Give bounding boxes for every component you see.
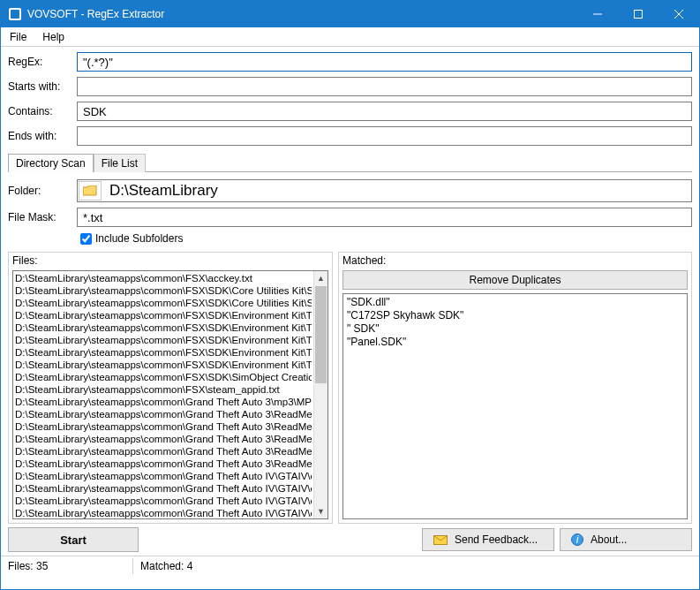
file-line[interactable]: D:\SteamLibrary\steamapps\common\FSX\acc… <box>15 272 312 284</box>
matched-header: Matched: <box>339 253 691 269</box>
file-line[interactable]: D:\SteamLibrary\steamapps\common\Grand T… <box>15 458 312 470</box>
file-line[interactable]: D:\SteamLibrary\steamapps\common\FSX\SDK… <box>15 346 312 359</box>
files-header: Files: <box>9 253 332 269</box>
match-line[interactable]: " SDK" <box>347 322 683 336</box>
file-line[interactable]: D:\SteamLibrary\steamapps\common\FSX\SDK… <box>15 321 312 334</box>
main-split: Files: D:\SteamLibrary\steamapps\common\… <box>1 252 699 524</box>
close-button[interactable] <box>659 1 699 27</box>
endswith-input[interactable] <box>77 126 692 146</box>
include-subfolders-label: Include Subfolders <box>95 232 183 245</box>
file-line[interactable]: D:\SteamLibrary\steamapps\common\FSX\ste… <box>15 383 312 396</box>
match-line[interactable]: "C172SP Skyhawk SDK" <box>347 309 683 322</box>
bottom-bar: Start Send Feedback... i About... <box>1 524 699 556</box>
app-icon <box>8 7 22 21</box>
svg-text:i: i <box>576 533 579 546</box>
scroll-thumb[interactable] <box>315 286 327 383</box>
about-button[interactable]: i About... <box>560 528 692 551</box>
info-icon: i <box>571 533 583 546</box>
window-title: VOVSOFT - RegEx Extractor <box>27 8 577 20</box>
browse-folder-button[interactable] <box>79 181 102 200</box>
folder-label: Folder: <box>8 185 77 197</box>
tabs-row: Directory Scan File List <box>8 151 692 172</box>
matched-panel: Matched: Remove Duplicates "SDK.dll""C17… <box>338 252 692 524</box>
about-label: About... <box>591 533 627 546</box>
files-list[interactable]: D:\SteamLibrary\steamapps\common\FSX\acc… <box>12 270 328 519</box>
file-line[interactable]: D:\SteamLibrary\steamapps\common\FSX\SDK… <box>15 284 312 297</box>
match-line[interactable]: "Panel.SDK" <box>347 336 683 349</box>
menu-bar: File Help <box>1 27 699 47</box>
file-line[interactable]: D:\SteamLibrary\steamapps\common\FSX\SDK… <box>15 334 312 346</box>
contains-input[interactable] <box>77 102 692 121</box>
scroll-down-arrow[interactable]: ▼ <box>314 504 327 518</box>
file-line[interactable]: D:\SteamLibrary\steamapps\common\Grand T… <box>15 396 312 408</box>
file-line[interactable]: D:\SteamLibrary\steamapps\common\Grand T… <box>15 470 312 482</box>
file-line[interactable]: D:\SteamLibrary\steamapps\common\FSX\SDK… <box>15 297 312 309</box>
remove-duplicates-button[interactable]: Remove Duplicates <box>342 270 688 290</box>
file-line[interactable]: D:\SteamLibrary\steamapps\common\Grand T… <box>15 420 312 433</box>
file-line[interactable]: D:\SteamLibrary\steamapps\common\Grand T… <box>15 433 312 445</box>
regex-input[interactable] <box>77 52 692 72</box>
form-area: RegEx: Starts with: Contains: Ends with:… <box>1 47 699 252</box>
menu-file[interactable]: File <box>6 29 30 45</box>
include-subfolders-checkbox[interactable] <box>80 233 92 245</box>
matched-list[interactable]: "SDK.dll""C172SP Skyhawk SDK"" SDK""Pane… <box>342 293 688 519</box>
file-line[interactable]: D:\SteamLibrary\steamapps\common\Grand T… <box>15 495 312 507</box>
tab-directory-scan[interactable]: Directory Scan <box>8 154 94 172</box>
regex-label: RegEx: <box>8 56 77 68</box>
send-feedback-label: Send Feedback... <box>455 533 538 546</box>
minimize-button[interactable] <box>577 1 618 27</box>
file-line[interactable]: D:\SteamLibrary\steamapps\common\Grand T… <box>15 507 312 518</box>
contains-label: Contains: <box>8 105 77 117</box>
scroll-up-arrow[interactable]: ▲ <box>314 271 327 285</box>
status-matched: Matched: 4 <box>133 558 266 574</box>
title-bar: VOVSOFT - RegEx Extractor <box>1 1 699 27</box>
folder-input[interactable] <box>104 181 690 200</box>
menu-help[interactable]: Help <box>39 29 68 45</box>
filemask-input[interactable] <box>77 208 692 227</box>
files-panel: Files: D:\SteamLibrary\steamapps\common\… <box>8 252 333 524</box>
status-files: Files: 35 <box>1 558 133 574</box>
envelope-icon <box>433 535 448 545</box>
status-bar: Files: 35 Matched: 4 <box>1 556 699 575</box>
startswith-input[interactable] <box>77 77 692 96</box>
svg-rect-3 <box>635 11 643 19</box>
file-line[interactable]: D:\SteamLibrary\steamapps\common\FSX\SDK… <box>15 371 312 383</box>
file-line[interactable]: D:\SteamLibrary\steamapps\common\Grand T… <box>15 408 312 420</box>
match-line[interactable]: "SDK.dll" <box>347 296 683 309</box>
file-line[interactable]: D:\SteamLibrary\steamapps\common\Grand T… <box>15 482 312 495</box>
filemask-label: File Mask: <box>8 211 77 223</box>
send-feedback-button[interactable]: Send Feedback... <box>422 528 554 551</box>
startswith-label: Starts with: <box>8 80 77 93</box>
folder-icon <box>83 185 97 196</box>
tab-pane-directory-scan: Folder: File Mask: Include Subfolders <box>8 171 692 245</box>
file-line[interactable]: D:\SteamLibrary\steamapps\common\FSX\SDK… <box>15 309 312 321</box>
window-controls <box>577 1 699 27</box>
start-button[interactable]: Start <box>8 527 139 552</box>
tab-file-list[interactable]: File List <box>94 154 146 172</box>
svg-rect-1 <box>11 10 19 19</box>
files-scrollbar[interactable]: ▲ ▼ <box>313 271 327 518</box>
file-line[interactable]: D:\SteamLibrary\steamapps\common\FSX\SDK… <box>15 359 312 371</box>
file-line[interactable]: D:\SteamLibrary\steamapps\common\Grand T… <box>15 445 312 458</box>
maximize-button[interactable] <box>618 1 659 27</box>
endswith-label: Ends with: <box>8 130 77 142</box>
